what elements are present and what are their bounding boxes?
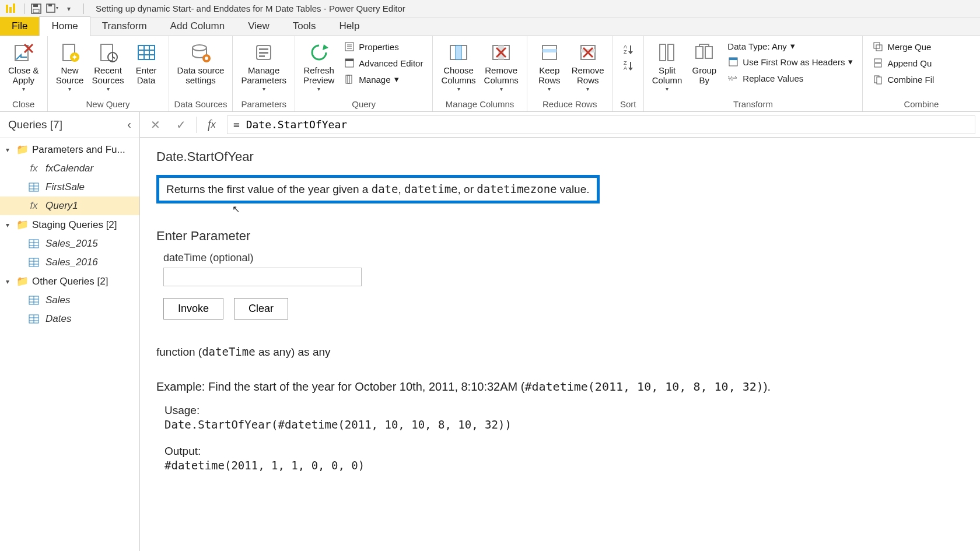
expand-icon[interactable]: ▾ [6,146,13,154]
query-group-staging[interactable]: ▾ 📁 Staging Queries [2] [0,215,139,234]
close-apply-button[interactable]: Close & Apply ▾ [5,38,43,94]
fx-icon[interactable]: fx [201,114,222,135]
query-item-sales2015[interactable]: Sales_2015 [0,234,139,253]
table-icon [28,182,40,192]
refresh-preview-button[interactable]: Refresh Preview▾ [300,38,338,94]
main-area: ✕ ✓ fx Date.StartOfYear Returns the firs… [140,112,980,551]
tab-view[interactable]: View [236,17,281,36]
tab-home[interactable]: Home [39,16,90,36]
svg-rect-47 [542,49,556,52]
keep-rows-button[interactable]: Keep Rows▾ [532,38,567,94]
svg-marker-55 [628,51,633,54]
expand-icon[interactable]: ▾ [6,278,13,286]
svg-rect-60 [660,44,666,61]
commit-formula-icon[interactable]: ✓ [170,114,191,135]
close-group-label: Close [5,98,43,110]
formula-input[interactable] [227,115,975,134]
svg-rect-29 [259,52,268,54]
sort-asc-button[interactable]: AZ [620,42,636,56]
data-source-settings-button[interactable]: Data source settings [174,38,228,88]
enter-data-button[interactable]: Enter Data [129,38,164,88]
query-item-dates[interactable]: Dates [0,310,139,328]
enter-parameter-heading: Enter Parameter [156,229,964,244]
query-group-other[interactable]: ▾ 📁 Other Queries [2] [0,272,139,291]
cursor-icon: ↖ [232,203,964,215]
svg-rect-37 [345,59,354,61]
svg-rect-39 [348,75,349,83]
advanced-editor-button[interactable]: Advanced Editor [341,56,425,70]
new-query-group-label: New Query [52,98,164,110]
manage-columns-group-label: Manage Columns [438,98,522,110]
recent-sources-button[interactable]: Recent Sources▾ [89,38,128,94]
cancel-formula-icon[interactable]: ✕ [145,114,166,135]
query-item-fxcalendar[interactable]: fx fxCalendar [0,159,139,178]
data-type-button[interactable]: Data Type: Any ▾ [725,40,855,52]
svg-text:✦: ✦ [71,52,78,62]
append-queries-button[interactable]: Append Qu [870,56,936,70]
svg-marker-31 [323,44,328,50]
transform-group-label: Transform [649,98,858,110]
replace-values-button[interactable]: ½Replace Values [725,71,855,85]
query-group-label: Query [300,98,428,110]
svg-marker-59 [628,68,633,71]
query-item-firstsale[interactable]: FirstSale [0,178,139,196]
query-group-parameters[interactable]: ▾ 📁 Parameters and Fu... [0,140,139,159]
properties-button[interactable]: Properties [341,40,425,54]
svg-rect-0 [6,5,8,13]
merge-queries-button[interactable]: Merge Que [870,40,936,54]
folder-icon: 📁 [16,143,29,156]
svg-rect-38 [346,75,352,83]
svg-text:½: ½ [728,75,733,82]
remove-rows-button[interactable]: Remove Rows▾ [568,38,608,94]
use-first-row-button[interactable]: Use First Row as Headers ▾ [725,55,855,69]
function-signature: function (dateTime as any) as any [156,345,964,359]
manage-button[interactable]: Manage ▾ [341,72,425,86]
datetime-input[interactable] [163,268,362,286]
remove-columns-button[interactable]: Remove Columns▾ [481,38,522,94]
function-description: Returns the first value of the year give… [156,175,600,203]
svg-rect-30 [259,55,265,57]
new-source-button[interactable]: ✦ New Source▾ [52,38,88,94]
query-item-sales[interactable]: Sales [0,291,139,310]
queries-header: Queries [7] [8,118,62,131]
svg-rect-7 [48,4,52,6]
svg-rect-62 [696,47,703,58]
svg-text:Z: Z [624,49,627,55]
collapse-panel-icon[interactable]: ‹ [127,118,131,131]
table-icon [28,314,40,324]
choose-columns-button[interactable]: Choose Columns▾ [438,38,479,94]
query-item-query1[interactable]: fx Query1 [0,196,139,215]
invoke-button[interactable]: Invoke [163,298,223,320]
tab-transform[interactable]: Transform [90,17,159,36]
combine-group-label: Combine [867,98,939,110]
save-icon[interactable] [30,2,43,15]
svg-rect-28 [259,48,268,50]
title-bar: ▾ Setting up dynamic Start- and Enddates… [0,0,980,17]
svg-rect-63 [705,47,712,58]
formula-bar: ✕ ✓ fx [140,112,980,138]
tab-tools[interactable]: Tools [281,17,328,36]
expand-icon[interactable]: ▾ [6,221,13,229]
svg-marker-8 [56,7,58,9]
svg-rect-41 [456,45,461,59]
output-label: Output: [164,445,964,458]
tab-add-column[interactable]: Add Column [159,17,237,36]
tab-file[interactable]: File [0,17,39,36]
usage-label: Usage: [164,404,964,417]
svg-rect-69 [874,59,881,62]
group-by-button[interactable]: Group By [687,38,722,88]
qat-customize-icon[interactable]: ▾ [62,2,75,15]
svg-rect-70 [874,64,881,67]
svg-point-24 [192,45,206,51]
query-item-sales2016[interactable]: Sales_2016 [0,253,139,272]
combine-files-button[interactable]: Combine Fil [870,72,936,86]
fx-icon: fx [28,201,40,211]
manage-parameters-button[interactable]: Manage Parameters▾ [237,38,290,94]
app-icon [4,2,16,15]
clear-button[interactable]: Clear [234,298,288,320]
sort-desc-button[interactable]: ZA [620,58,636,72]
save-dropdown-icon[interactable] [46,2,59,15]
split-column-button[interactable]: Split Column▾ [649,38,686,94]
ribbon-tabs: File Home Transform Add Column View Tool… [0,17,980,36]
tab-help[interactable]: Help [327,17,371,36]
